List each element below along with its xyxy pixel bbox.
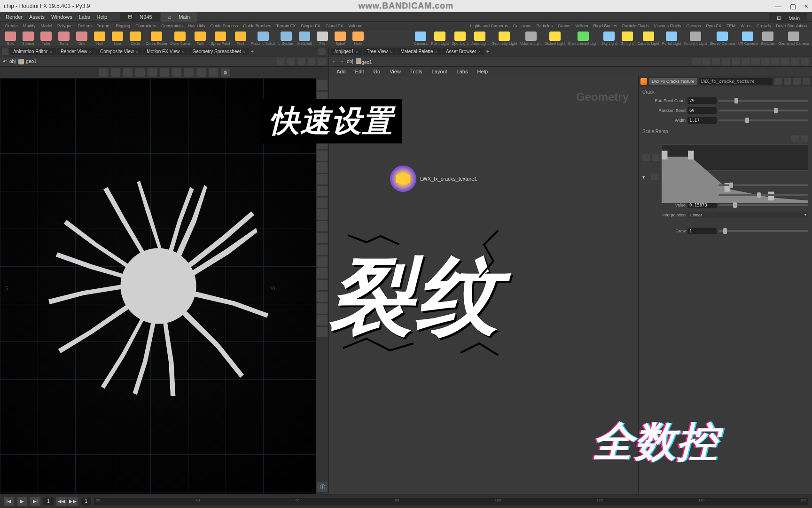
stereo-camera-icon[interactable]: Stereo Camera — [710, 32, 735, 46]
shelf-tab[interactable]: Guide Process — [208, 23, 240, 29]
shelf-tab[interactable]: Hair Utils — [186, 23, 208, 29]
geometry-light-icon[interactable]: Geometry Light — [492, 32, 517, 46]
vp-tool-icon[interactable] — [123, 68, 133, 77]
path-crumb-geo[interactable]: geo1 — [356, 58, 372, 65]
net-toolbar-icon[interactable] — [742, 58, 750, 65]
caustic-light-icon[interactable]: Caustic Light — [638, 32, 659, 46]
interpolation-select[interactable]: Linear — [687, 212, 808, 218]
nav-back-icon[interactable]: ↶ — [3, 59, 7, 64]
shelf-tab[interactable]: Characters — [133, 23, 158, 29]
path-crumb-obj[interactable]: obj — [9, 59, 16, 64]
vp-tool-icon[interactable] — [99, 68, 108, 77]
net-menu-tools[interactable]: Tools — [406, 68, 426, 75]
net-toolbar-icon[interactable] — [761, 58, 770, 65]
pane-tab-animation-editor[interactable]: Animation Editor× — [9, 48, 56, 55]
shelf-tab[interactable]: Model — [39, 23, 55, 29]
vp-tool-icon[interactable] — [148, 68, 157, 77]
pane-opt-icon[interactable] — [318, 48, 326, 55]
vp-side-tool-icon[interactable] — [317, 245, 328, 255]
vp-tool-icon[interactable] — [172, 68, 181, 77]
viewport[interactable]: -5 10 ⓘ — [0, 78, 328, 494]
path-crumb-obj[interactable]: obj — [347, 59, 353, 64]
point-no-slider[interactable] — [718, 184, 808, 186]
net-menu-layout[interactable]: Layout — [428, 68, 451, 75]
vp-side-tool-icon[interactable] — [317, 233, 328, 243]
param-name-field[interactable]: LWX_fx_cracks_texture — [699, 78, 773, 85]
shelf-tab[interactable]: Volume — [346, 23, 365, 29]
ramp-del-icon[interactable] — [642, 154, 650, 161]
step-back-button[interactable]: ◀◀ — [56, 497, 67, 506]
end-point-count-slider[interactable] — [718, 100, 808, 102]
desktop-tab-n945[interactable]: ⊞N945 — [120, 12, 159, 22]
lsystem-icon[interactable]: L-System — [278, 32, 294, 46]
pane-tab-motion-fx[interactable]: Motion FX View× — [143, 48, 187, 55]
point-light-icon[interactable]: Point Light — [431, 32, 449, 46]
metaball-icon[interactable]: Metaball — [297, 32, 312, 46]
vp-tool-icon[interactable] — [160, 68, 169, 77]
spray-paint-icon[interactable]: Spray Paint — [211, 32, 230, 46]
font-icon[interactable]: Font — [233, 32, 248, 46]
path-icon[interactable]: Path — [193, 32, 208, 46]
random-seed-slider[interactable] — [718, 110, 808, 111]
value-slider[interactable] — [718, 204, 808, 206]
random-seed-input[interactable]: 69 — [687, 107, 717, 114]
shelf-tab[interactable]: Modify — [21, 23, 38, 29]
vp-side-tool-icon[interactable] — [317, 80, 328, 90]
vp-opt-icon[interactable] — [297, 58, 305, 65]
position-slider[interactable] — [718, 194, 808, 196]
shelf-tab[interactable]: Deform — [76, 23, 94, 29]
desktop-tab-main-right[interactable]: ⊞Main — [769, 13, 807, 23]
circle-icon[interactable]: Circle — [128, 32, 143, 46]
net-toolbar-icon[interactable] — [702, 58, 710, 65]
vp-tool-icon[interactable] — [135, 68, 145, 77]
draw-curve-icon[interactable]: Draw Curve — [170, 32, 190, 46]
torus-icon[interactable]: Torus — [56, 32, 71, 46]
grow-slider[interactable] — [718, 230, 808, 232]
vp-gear-icon[interactable]: ⚙ — [221, 68, 230, 77]
nav-back-icon[interactable]: ← — [332, 59, 336, 64]
end-point-count-input[interactable]: 29 — [687, 97, 717, 104]
shelf-tab[interactable]: Rigging — [114, 23, 133, 29]
vr-camera-icon[interactable]: VR Camera — [738, 32, 757, 46]
net-toolbar-icon[interactable] — [781, 58, 789, 65]
ramp-reverse-icon[interactable] — [651, 174, 658, 180]
ramp-collapse-icon[interactable]: ▾ — [642, 175, 649, 180]
environment-light-icon[interactable]: Environment Light — [568, 32, 598, 46]
shelf-tab[interactable]: Cloud FX — [323, 23, 346, 29]
net-menu-add[interactable]: Add — [333, 68, 350, 75]
camera-icon[interactable]: Camera — [413, 32, 428, 46]
param-search-icon[interactable] — [793, 78, 801, 85]
shelf-tab[interactable]: Viscous Fluids — [652, 23, 684, 29]
network-tab-path[interactable]: /obj/geo1× — [331, 48, 362, 55]
gi-light-icon[interactable]: GI Light — [620, 32, 635, 46]
shelf-tab[interactable]: Texture — [94, 23, 113, 29]
vp-side-tool-icon[interactable] — [317, 315, 328, 325]
vp-side-tool-icon[interactable] — [317, 209, 328, 220]
vp-side-tool-icon[interactable] — [317, 303, 328, 314]
net-menu-view[interactable]: View — [386, 68, 405, 75]
vp-side-tool-icon[interactable] — [317, 186, 328, 196]
shelf-tab[interactable]: Drive Simulation — [773, 23, 809, 29]
ramp-add-icon[interactable] — [791, 135, 799, 142]
vp-side-tool-icon[interactable] — [317, 198, 328, 208]
add-tab-icon[interactable]: + — [486, 49, 489, 54]
grow-input[interactable]: 1 — [687, 228, 717, 234]
param-help-icon[interactable] — [784, 78, 791, 85]
null-icon[interactable]: Null — [92, 32, 107, 46]
pane-tab-render-view[interactable]: Render View× — [57, 48, 95, 55]
pane-tab-composite-view[interactable]: Composite View× — [96, 48, 142, 55]
vp-side-tool-icon[interactable] — [317, 221, 328, 231]
net-toolbar-icon[interactable] — [791, 58, 799, 65]
menu-assets[interactable]: Assets — [26, 13, 47, 21]
vp-side-tool-icon[interactable] — [317, 162, 328, 173]
menu-render[interactable]: Render — [3, 13, 25, 21]
vp-opt-icon[interactable] — [277, 58, 284, 65]
vp-side-tool-icon[interactable] — [317, 268, 328, 278]
ambient-light-icon[interactable]: Ambient Light — [684, 32, 707, 46]
sky-light-icon[interactable]: Sky Light — [601, 32, 617, 46]
width-slider[interactable] — [718, 119, 808, 121]
vp-opt-icon[interactable] — [287, 58, 295, 65]
pane-menu-icon[interactable] — [2, 48, 8, 55]
vp-opt-icon[interactable] — [308, 58, 315, 65]
timeline-track[interactable]: 20 40 60 80 100 120 140 160 — [94, 498, 808, 505]
